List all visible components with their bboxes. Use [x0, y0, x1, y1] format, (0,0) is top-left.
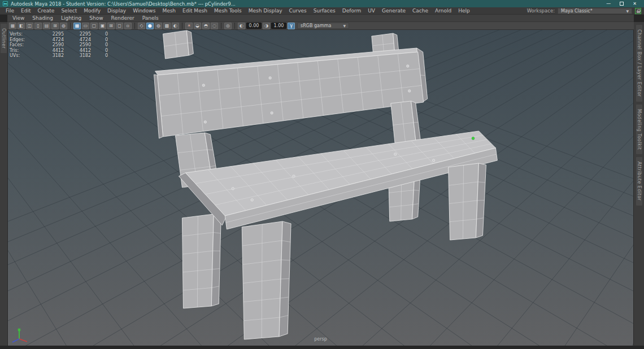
- field-chart-icon[interactable]: ⊞: [107, 23, 115, 29]
- image-plane-icon[interactable]: ▤: [43, 23, 50, 29]
- title-bar: M Autodesk Maya 2018 - Student Version: …: [0, 0, 644, 7]
- menu-modify[interactable]: Modify: [80, 8, 104, 14]
- gamma-correct-icon[interactable]: γ: [288, 23, 295, 29]
- menu-edit-mesh[interactable]: Edit Mesh: [179, 8, 211, 14]
- menu-mesh-tools[interactable]: Mesh Tools: [211, 8, 245, 14]
- shadows-icon[interactable]: ◒: [194, 23, 201, 29]
- hud-count-total: 2295: [38, 32, 64, 37]
- hud-count-component: 0: [91, 48, 108, 54]
- menu-generate[interactable]: Generate: [378, 8, 409, 14]
- menu-uv[interactable]: UV: [364, 8, 378, 14]
- hud-label: Verts:: [10, 32, 38, 37]
- left-dock: Outliner: [0, 22, 7, 346]
- gate-mask-icon[interactable]: ▣: [99, 23, 106, 29]
- menu-curves[interactable]: Curves: [286, 8, 310, 14]
- select-camera-icon[interactable]: ▦: [9, 23, 16, 29]
- panel-menu-view[interactable]: View: [8, 15, 28, 21]
- camera-attributes-icon[interactable]: ◫: [26, 23, 33, 29]
- menu-file[interactable]: File: [2, 8, 18, 14]
- safe-title-icon[interactable]: ▫: [124, 23, 132, 29]
- panel-menu-show[interactable]: Show: [85, 15, 107, 21]
- restore-button[interactable]: [620, 2, 624, 6]
- menu-deform[interactable]: Deform: [339, 8, 364, 14]
- scene-canvas: [8, 30, 633, 346]
- menu-help[interactable]: Help: [455, 8, 473, 14]
- isolate-select-icon[interactable]: ◎: [224, 23, 232, 29]
- toolbar-divider: [234, 23, 235, 29]
- panel-menu-renderer[interactable]: Renderer: [107, 15, 138, 21]
- safe-action-icon[interactable]: ◻: [116, 23, 123, 29]
- workspace-lock-icon[interactable]: [635, 8, 641, 14]
- camera-label: persp: [8, 337, 633, 342]
- workspace-area: Workspace: Maya Classic* ▼: [527, 8, 644, 14]
- occlusion-icon[interactable]: ◓: [202, 23, 210, 29]
- hud-count-selected: 2590: [64, 42, 91, 48]
- menu-surfaces[interactable]: Surfaces: [310, 8, 339, 14]
- grid-icon[interactable]: ▦: [73, 23, 81, 29]
- viewport[interactable]: Verts:229522950Edges:472447240Faces:2590…: [7, 30, 634, 346]
- window-title: Autodesk Maya 2018 - Student Version: C:…: [11, 1, 236, 7]
- gamma-icon[interactable]: ◑: [263, 23, 270, 29]
- colorspace-dropdown[interactable]: sRGB gamma▼: [297, 23, 349, 29]
- hud-label: Edges:: [10, 37, 38, 43]
- hud-count-total: 3182: [38, 53, 64, 59]
- minimize-button[interactable]: —: [606, 1, 611, 6]
- tab-outliner[interactable]: Outliner: [1, 24, 7, 53]
- wireframe-icon[interactable]: ◇: [138, 23, 145, 29]
- toolbar-divider: [70, 23, 71, 29]
- tab-channel-box-layer-editor[interactable]: Channel Box / Layer Editor: [636, 25, 642, 102]
- chevron-down-icon: ▼: [343, 24, 346, 28]
- poly-count-hud: Verts:229522950Edges:472447240Faces:2590…: [10, 32, 108, 59]
- panel-menu-shading[interactable]: Shading: [28, 15, 57, 21]
- hud-count-total: 4412: [38, 48, 64, 54]
- close-button[interactable]: ✕: [633, 1, 637, 6]
- menu-arnold[interactable]: Arnold: [432, 8, 455, 14]
- hud-label: UVs:: [10, 53, 38, 59]
- hud-count-total: 2590: [38, 42, 64, 48]
- menu-edit[interactable]: Edit: [18, 8, 34, 14]
- wireframe-on-shaded-icon[interactable]: ◍: [155, 23, 162, 29]
- menu-mesh-display[interactable]: Mesh Display: [245, 8, 286, 14]
- resolution-gate-icon[interactable]: ▢: [90, 23, 98, 29]
- maya-app-icon: M: [3, 1, 8, 6]
- panel-toolbar: ▦◧◫▯▤⊞◍▦▭▢▣⊞◻▫◇●◍▩◐☀◒◓◌◎◐0.00◑1.00γsRGB …: [7, 22, 634, 30]
- use-default-material-icon[interactable]: ◐: [172, 23, 179, 29]
- gamma-field[interactable]: 1.00: [271, 23, 286, 29]
- workspace-value: Maya Classic*: [561, 8, 593, 14]
- hud-count-component: 0: [91, 37, 108, 43]
- tab-attribute-editor[interactable]: Attribute Editor: [636, 157, 642, 206]
- toolbar-divider: [182, 23, 182, 29]
- hud-count-total: 4724: [38, 37, 64, 43]
- exposure-field[interactable]: 0.00: [246, 23, 262, 29]
- exposure-icon[interactable]: ◐: [238, 23, 245, 29]
- panel-menu-lighting[interactable]: Lighting: [57, 15, 85, 21]
- menu-display[interactable]: Display: [104, 8, 129, 14]
- textured-icon[interactable]: ▩: [163, 23, 171, 29]
- hud-label: Tris:: [10, 48, 38, 54]
- lights-icon[interactable]: ☀: [185, 23, 193, 29]
- two-d-pan-zoom-icon[interactable]: ⊞: [51, 23, 59, 29]
- oversampling-icon[interactable]: ◍: [60, 23, 67, 29]
- tab-modeling-toolkit[interactable]: Modeling Toolkit: [636, 104, 642, 154]
- toolbar-divider: [221, 23, 221, 29]
- panel-menu-bar: ViewShadingLightingShowRendererPanels: [7, 15, 634, 22]
- colorspace-value: sRGB gamma: [301, 23, 331, 28]
- menu-create[interactable]: Create: [34, 8, 58, 14]
- workspace-dropdown[interactable]: Maya Classic* ▼: [558, 8, 632, 14]
- hud-count-component: 0: [91, 42, 108, 48]
- menu-mesh[interactable]: Mesh: [159, 8, 179, 14]
- film-gate-icon[interactable]: ▭: [82, 23, 89, 29]
- hud-count-component: 0: [91, 53, 108, 59]
- bookmark-icon[interactable]: ▯: [34, 23, 42, 29]
- hud-count-selected: 4412: [64, 48, 91, 54]
- hud-count-component: 0: [91, 32, 108, 37]
- smooth-shade-icon[interactable]: ●: [146, 23, 154, 29]
- lock-camera-icon[interactable]: ◧: [18, 23, 25, 29]
- toolbar-divider: [134, 23, 135, 29]
- menu-select[interactable]: Select: [58, 8, 80, 14]
- menu-windows[interactable]: Windows: [129, 8, 159, 14]
- hud-count-selected: 2295: [64, 32, 91, 37]
- anti-alias-icon[interactable]: ◌: [211, 23, 218, 29]
- menu-cache[interactable]: Cache: [409, 8, 432, 14]
- panel-menu-panels[interactable]: Panels: [138, 15, 163, 21]
